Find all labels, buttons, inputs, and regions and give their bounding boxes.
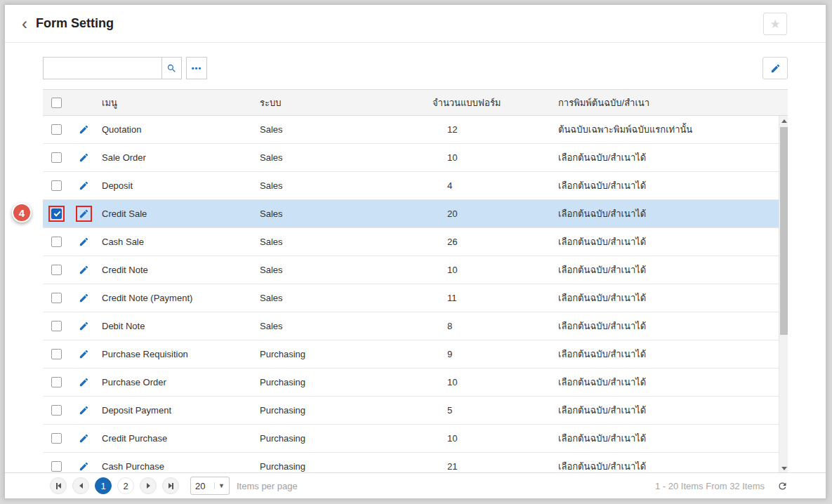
- edit-annotation-box: [76, 318, 92, 334]
- scroll-down-button[interactable]: [779, 463, 788, 473]
- row-checkbox[interactable]: [51, 265, 62, 275]
- table-row[interactable]: Quotation Sales 12 ต้นฉบับเฉพาะพิมพ์ฉบับ…: [43, 116, 779, 144]
- edit-annotation-box: [76, 150, 92, 166]
- star-icon: ★: [770, 18, 780, 30]
- select-all-checkbox[interactable]: [51, 98, 62, 108]
- scroll-down-arrow-icon: [781, 467, 787, 470]
- edit-annotation-box: [76, 262, 92, 278]
- scroll-up-button[interactable]: [779, 116, 788, 126]
- row-count-cell: 10: [428, 377, 554, 387]
- row-edit-icon[interactable]: [79, 237, 89, 247]
- favorite-button[interactable]: ★: [763, 13, 787, 35]
- row-edit-icon[interactable]: [79, 321, 89, 331]
- page-2-button[interactable]: 2: [117, 477, 134, 494]
- table-row[interactable]: Sale Order Sales 10 เลือกต้นฉบับ/สำเนาได…: [43, 144, 779, 172]
- checkbox-annotation-box: [48, 346, 65, 362]
- row-checkbox[interactable]: [51, 405, 62, 416]
- table-row[interactable]: Credit Sale Sales 20 เลือกต้นฉบับ/สำเนาไ…: [43, 200, 779, 228]
- table-row[interactable]: Credit Note Sales 10 เลือกต้นฉบับ/สำเนาไ…: [43, 256, 779, 284]
- edit-button[interactable]: [762, 57, 788, 79]
- page-1-button[interactable]: 1: [95, 477, 112, 494]
- row-edit-icon[interactable]: [79, 265, 89, 275]
- column-header-menu: เมนู: [98, 95, 256, 110]
- row-system-cell: Purchasing: [256, 405, 428, 416]
- items-per-page-label: Items per page: [237, 481, 298, 491]
- row-edit-icon[interactable]: [79, 461, 89, 472]
- row-system-cell: Sales: [256, 293, 428, 303]
- table-row[interactable]: Cash Purchase Purchasing 21 เลือกต้นฉบับ…: [43, 453, 779, 473]
- row-checkbox[interactable]: [51, 461, 62, 472]
- row-edit-icon[interactable]: [79, 180, 89, 191]
- table-row[interactable]: Cash Sale Sales 26 เลือกต้นฉบับ/สำเนาได้: [43, 228, 779, 256]
- row-checkbox[interactable]: [51, 293, 62, 303]
- row-count-cell: 5: [428, 405, 554, 416]
- table-row[interactable]: Debit Note Sales 8 เลือกต้นฉบับ/สำเนาได้: [43, 312, 779, 340]
- row-checkbox[interactable]: [51, 237, 62, 247]
- row-print-cell: เลือกต้นฉบับ/สำเนาได้: [554, 291, 779, 305]
- row-checkbox[interactable]: [51, 433, 62, 444]
- row-menu-cell: Debit Note: [98, 321, 256, 331]
- row-system-cell: Purchasing: [256, 377, 428, 387]
- row-edit-icon[interactable]: [79, 152, 89, 163]
- search-input[interactable]: [43, 57, 162, 79]
- edit-annotation-box: [76, 430, 92, 446]
- row-checkbox[interactable]: [51, 180, 62, 191]
- checkbox-annotation-box: [48, 402, 65, 418]
- search-icon: [166, 63, 177, 74]
- vertical-scrollbar[interactable]: [779, 116, 788, 473]
- row-count-cell: 21: [428, 461, 554, 472]
- row-edit-icon[interactable]: [79, 433, 89, 444]
- table-row[interactable]: Credit Note (Payment) Sales 11 เลือกต้นฉ…: [43, 284, 779, 312]
- row-edit-icon[interactable]: [79, 208, 89, 219]
- row-count-cell: 10: [428, 265, 554, 275]
- search-button[interactable]: [162, 57, 182, 79]
- row-edit-icon[interactable]: [79, 405, 89, 416]
- edit-annotation-box: [76, 234, 92, 250]
- table-row[interactable]: Deposit Sales 4 เลือกต้นฉบับ/สำเนาได้: [43, 172, 779, 200]
- row-checkbox[interactable]: [51, 124, 62, 135]
- row-edit-icon[interactable]: [79, 293, 89, 303]
- table-row[interactable]: Purchase Order Purchasing 10 เลือกต้นฉบั…: [43, 369, 779, 397]
- back-chevron-icon[interactable]: ‹: [22, 15, 27, 32]
- items-range-label: 1 - 20 Items From 32 Items: [655, 481, 765, 491]
- row-print-cell: เลือกต้นฉบับ/สำเนาได้: [554, 319, 779, 333]
- first-page-button[interactable]: [50, 477, 67, 494]
- row-edit-icon[interactable]: [79, 124, 89, 135]
- row-count-cell: 9: [428, 349, 554, 359]
- row-edit-icon[interactable]: [79, 377, 89, 387]
- items-per-page-select[interactable]: 20 ▼: [190, 477, 230, 495]
- table-row[interactable]: Credit Purchase Purchasing 10 เลือกต้นฉบ…: [43, 425, 779, 453]
- refresh-button[interactable]: [777, 481, 788, 491]
- row-menu-cell: Credit Note: [98, 265, 256, 275]
- refresh-icon: [777, 481, 788, 491]
- row-edit-icon[interactable]: [79, 349, 89, 359]
- table-body: Quotation Sales 12 ต้นฉบับเฉพาะพิมพ์ฉบับ…: [43, 116, 788, 473]
- edit-annotation-box: [76, 121, 92, 138]
- more-dots-icon: •••: [192, 64, 202, 72]
- row-checkbox[interactable]: [51, 152, 62, 163]
- scrollbar-thumb[interactable]: [780, 127, 788, 335]
- row-menu-cell: Cash Purchase: [98, 461, 256, 472]
- table-row[interactable]: Purchase Requisition Purchasing 9 เลือกต…: [43, 340, 779, 369]
- table-rows: Quotation Sales 12 ต้นฉบับเฉพาะพิมพ์ฉบับ…: [43, 116, 788, 473]
- checkbox-annotation-box: [48, 234, 65, 250]
- page-title: Form Setting: [36, 16, 114, 31]
- more-options-button[interactable]: •••: [186, 57, 207, 79]
- page-header: ‹ Form Setting ★: [5, 5, 826, 43]
- table-row[interactable]: Deposit Payment Purchasing 5 เลือกต้นฉบั…: [43, 397, 779, 425]
- row-checkbox[interactable]: [51, 208, 62, 219]
- edit-annotation-box: [76, 290, 92, 306]
- row-count-cell: 12: [428, 124, 554, 135]
- toolbar: •••: [43, 57, 788, 79]
- last-page-button[interactable]: [162, 477, 179, 494]
- row-menu-cell: Purchase Order: [98, 377, 256, 387]
- row-checkbox[interactable]: [51, 349, 62, 359]
- checkbox-annotation-box: [48, 374, 65, 390]
- row-checkbox[interactable]: [51, 321, 62, 331]
- next-page-button[interactable]: [140, 477, 157, 494]
- previous-page-button[interactable]: [72, 477, 89, 494]
- row-system-cell: Purchasing: [256, 349, 428, 359]
- edit-annotation-box: [76, 346, 92, 362]
- row-system-cell: Purchasing: [256, 461, 428, 472]
- row-checkbox[interactable]: [51, 377, 62, 387]
